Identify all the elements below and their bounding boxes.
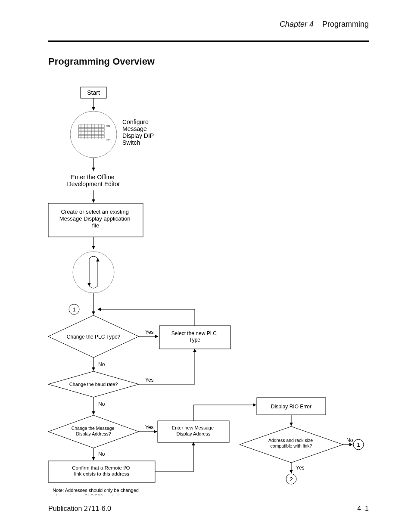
decision-plc-type-label: Change the PLC Type? xyxy=(67,334,121,340)
ref-1-label: 1 xyxy=(72,306,75,313)
header-divider xyxy=(48,40,369,42)
confirm-label: Confirm that a Remote I/O link exists to… xyxy=(72,465,131,476)
decision-baud-label: Change the baud rate? xyxy=(69,382,118,387)
d2-yes: Yes xyxy=(145,377,154,383)
rio-error-label: Display RIO Error xyxy=(271,404,311,410)
d4-no: No xyxy=(346,437,353,443)
enter-address-label: Enter new Message Display Address xyxy=(172,425,215,436)
d3-no: No xyxy=(98,451,105,457)
loop-icon xyxy=(73,252,114,293)
note-label: Note: Addresses should only be changed w… xyxy=(52,488,140,495)
editor-label: Enter the Offline Development Editor xyxy=(67,174,120,187)
header-chapter: Chapter 4 xyxy=(280,20,314,28)
section-title: Programming Overview xyxy=(48,56,155,67)
ref-2-label: 2 xyxy=(290,476,293,482)
footer-publication: Publication 2711-6.0 xyxy=(48,505,111,513)
d3-yes: Yes xyxy=(145,424,154,430)
d4-yes: Yes xyxy=(296,465,305,471)
d2-no: No xyxy=(98,401,105,407)
decision-compatible-label: Address and rack size compatible with li… xyxy=(268,438,314,448)
create-file-label: Create or select an existing Message Dis… xyxy=(59,208,132,229)
header-title: Programming xyxy=(322,20,369,28)
footer-page-number: 4–1 xyxy=(357,505,369,513)
d1-no: No xyxy=(98,361,105,367)
start-label: Start xyxy=(87,89,100,96)
dip-off-label: OFF xyxy=(106,138,111,141)
page-header: Chapter 4 Programming xyxy=(48,20,369,29)
dip-label: Configure Message Display DIP Switch xyxy=(122,118,156,146)
flowchart: Start ON OFF Configure Message Display D… xyxy=(48,73,367,495)
select-plc-label: Select the new PLC Type xyxy=(171,330,218,343)
decision-address-label: Change the Message Display Address? xyxy=(72,426,116,436)
dip-on-label: ON xyxy=(106,125,110,128)
d1-yes: Yes xyxy=(145,329,154,335)
ref-1b-label: 1 xyxy=(357,442,360,448)
